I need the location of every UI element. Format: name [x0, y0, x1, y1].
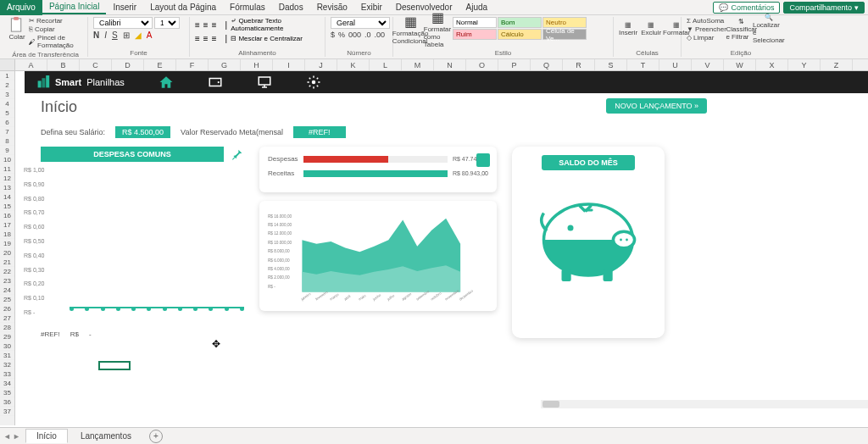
format-painter-button[interactable]: 🖌 Pincel de Formatação	[29, 34, 82, 49]
copy-button[interactable]: ⎘ Copiar	[29, 25, 82, 33]
row-8[interactable]: 8	[0, 136, 14, 146]
row-19[interactable]: 19	[0, 239, 14, 248]
row-27[interactable]: 27	[0, 314, 14, 323]
home-icon[interactable]	[159, 75, 174, 90]
tab-review[interactable]: Revisão	[310, 1, 354, 14]
italic-button[interactable]: I	[104, 31, 107, 40]
conditional-format-button[interactable]: ▦Formatação Condicional	[398, 17, 422, 41]
row-16[interactable]: 16	[0, 211, 14, 220]
align-top[interactable]: ≡	[195, 20, 200, 30]
col-L[interactable]: L	[370, 59, 402, 70]
col-K[interactable]: K	[337, 59, 370, 70]
column-headers[interactable]: ABCDEFGHIJKLMNOPQRSTUVWXYZ	[0, 59, 868, 71]
row-31[interactable]: 31	[0, 351, 14, 360]
col-R[interactable]: R	[563, 59, 595, 70]
fill-button[interactable]: ▼ Preencher	[687, 25, 726, 33]
font-size-select[interactable]: 11	[154, 17, 180, 29]
col-E[interactable]: E	[144, 59, 176, 70]
add-sheet-button[interactable]: +	[149, 430, 163, 443]
paste-button[interactable]: Colar	[8, 17, 25, 41]
row-9[interactable]: 9	[0, 146, 14, 155]
row-13[interactable]: 13	[0, 183, 14, 192]
col-W[interactable]: W	[724, 59, 756, 70]
bold-button[interactable]: N	[93, 31, 99, 40]
row-34[interactable]: 34	[0, 379, 14, 388]
tab-data[interactable]: Dados	[272, 1, 310, 14]
row-7[interactable]: 7	[0, 127, 14, 136]
format-table-button[interactable]: ▦Formatar como Tabela	[426, 17, 449, 41]
col-P[interactable]: P	[498, 59, 531, 70]
percent-button[interactable]: %	[338, 31, 345, 39]
presentation-icon[interactable]	[257, 75, 272, 90]
col-G[interactable]: G	[209, 59, 241, 70]
select-all-corner[interactable]	[0, 59, 15, 70]
align-center[interactable]: ≡	[203, 34, 209, 43]
row-10[interactable]: 10	[0, 155, 14, 164]
comma-button[interactable]: 000	[348, 31, 361, 39]
insert-cells-button[interactable]: ▦Inserir	[619, 17, 637, 41]
file-tab[interactable]: Arquivo	[0, 0, 42, 15]
new-entry-button[interactable]: NOVO LANÇAMENTO »	[606, 98, 707, 114]
row-23[interactable]: 23	[0, 276, 14, 286]
decimal-inc[interactable]: .0	[364, 31, 371, 39]
col-B[interactable]: B	[47, 59, 80, 70]
currency-button[interactable]: $	[331, 31, 335, 39]
col-C[interactable]: C	[80, 59, 112, 70]
row-3[interactable]: 3	[0, 90, 14, 99]
row-2[interactable]: 2	[0, 80, 14, 90]
clear-button[interactable]: ◇ Limpar	[687, 34, 726, 42]
col-T[interactable]: T	[627, 59, 659, 70]
border-button[interactable]: ⊞	[123, 31, 130, 40]
align-mid[interactable]: ≡	[203, 20, 209, 30]
row-5[interactable]: 5	[0, 108, 14, 118]
col-H[interactable]: H	[241, 59, 273, 70]
row-21[interactable]: 21	[0, 258, 14, 267]
cell-styles-gallery[interactable]: Normal Bom Neutro Ruim Cálculo Célula de…	[453, 17, 587, 40]
row-15[interactable]: 15	[0, 202, 14, 211]
decimal-dec[interactable]: .00	[375, 31, 386, 39]
row-30[interactable]: 30	[0, 341, 14, 351]
balance-button[interactable]: SALDO DO MÊS	[542, 155, 635, 170]
row-18[interactable]: 18	[0, 230, 14, 239]
row-35[interactable]: 35	[0, 388, 14, 397]
row-37[interactable]: 37	[0, 407, 14, 416]
tab-view[interactable]: Exibir	[354, 1, 389, 14]
sheet-next[interactable]: ►	[13, 432, 20, 441]
gear-icon[interactable]	[306, 75, 321, 90]
row-25[interactable]: 25	[0, 295, 14, 304]
col-F[interactable]: F	[176, 59, 209, 70]
col-Y[interactable]: Y	[788, 59, 821, 70]
col-A[interactable]: A	[15, 59, 47, 70]
row-17[interactable]: 17	[0, 220, 14, 230]
align-bot[interactable]: ≡	[212, 20, 217, 30]
col-U[interactable]: U	[659, 59, 692, 70]
col-V[interactable]: V	[692, 59, 724, 70]
tab-home[interactable]: Página Inicial	[42, 0, 106, 14]
underline-button[interactable]: S	[112, 31, 118, 40]
sheet-tab-inicio[interactable]: Início	[25, 429, 68, 443]
spreadsheet-canvas[interactable]: SmartPlanilhas Início NOVO LANÇAMENTO » …	[15, 71, 868, 425]
autosum-button[interactable]: Σ AutoSoma	[687, 17, 726, 25]
tab-formulas[interactable]: Fórmulas	[223, 1, 272, 14]
wrap-text[interactable]: ⤶ Quebrar Texto Automaticamente	[231, 17, 320, 32]
salary-value[interactable]: R$ 4.500,00	[115, 126, 170, 138]
horizontal-scrollbar[interactable]	[541, 400, 868, 408]
tab-help[interactable]: Ajuda	[459, 1, 495, 14]
cut-button[interactable]: ✂ Recortar	[29, 17, 82, 25]
tab-insert[interactable]: Inserir	[106, 1, 143, 14]
share-button[interactable]: Compartilhamento▾	[783, 2, 865, 14]
col-O[interactable]: O	[466, 59, 498, 70]
col-Q[interactable]: Q	[531, 59, 563, 70]
col-N[interactable]: N	[434, 59, 466, 70]
col-S[interactable]: S	[595, 59, 627, 70]
col-Z[interactable]: Z	[821, 59, 853, 70]
filter-icon[interactable]	[476, 153, 490, 167]
common-expenses-button[interactable]: DESPESAS COMUNS	[41, 147, 224, 162]
col-D[interactable]: D	[112, 59, 144, 70]
tab-layout[interactable]: Layout da Página	[143, 1, 223, 14]
col-X[interactable]: X	[756, 59, 788, 70]
row-22[interactable]: 22	[0, 267, 14, 276]
row-28[interactable]: 28	[0, 323, 14, 332]
row-4[interactable]: 4	[0, 99, 14, 108]
row-14[interactable]: 14	[0, 192, 14, 202]
